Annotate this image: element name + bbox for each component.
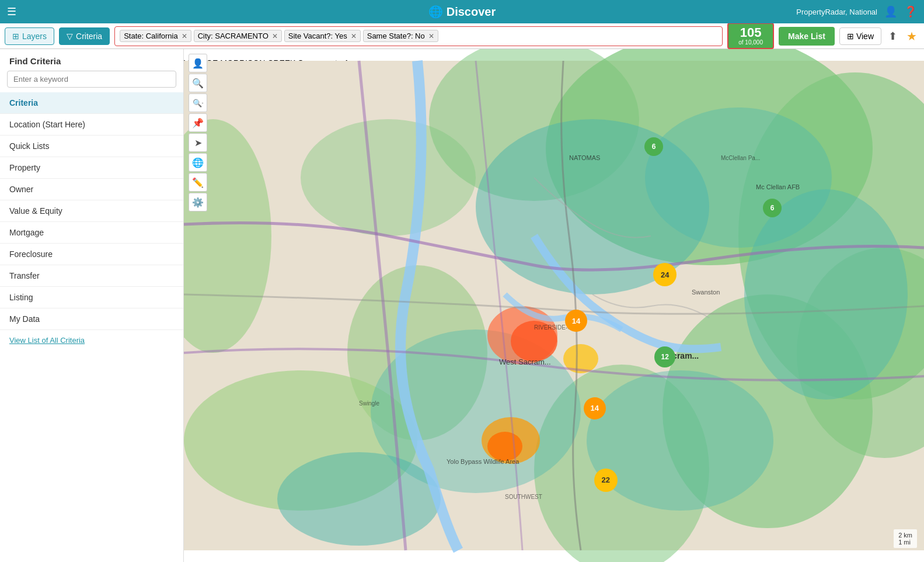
sidebar-item-owner[interactable]: Owner	[0, 179, 183, 200]
filter-tag-city-close[interactable]: ✕	[272, 32, 278, 40]
svg-point-14	[744, 189, 908, 400]
filter-tag-vacant[interactable]: Site Vacant?: Yes ✕	[284, 30, 361, 42]
map-scale-mi: 1 mi	[898, 539, 912, 546]
map-scale-km: 2 km	[898, 532, 912, 539]
sidebar-item-quick-lists[interactable]: Quick Lists	[0, 136, 183, 157]
sidebar-item-listing[interactable]: Listing	[0, 287, 183, 308]
sidebar-item-criteria[interactable]: Criteria	[0, 92, 183, 114]
filter-tag-same-state[interactable]: Same State?: No ✕	[363, 30, 438, 42]
filter-tag-same-state-close[interactable]: ✕	[428, 32, 434, 40]
sidebar-item-location[interactable]: Location (Start Here)	[0, 114, 183, 136]
map-scale: 2 km 1 mi	[894, 529, 917, 548]
header-right: PropertyRadar, National 👤 ❓	[796, 5, 917, 18]
sidebar-item-value-equity[interactable]: Value & Equity	[0, 200, 183, 222]
svg-text:Swanston: Swanston	[692, 289, 720, 296]
navigate-button[interactable]: ➤	[189, 133, 207, 152]
sidebar-item-foreclosure-label: Foreclosure	[9, 249, 53, 259]
map-container[interactable]: Sacram... West Sacram... Swanston Mc Cle…	[184, 49, 924, 562]
map-svg: Sacram... West Sacram... Swanston Mc Cle…	[184, 49, 924, 562]
svg-point-11	[301, 119, 476, 236]
main-content: Find Criteria Criteria Location (Start H…	[0, 49, 924, 562]
pin-tool-button[interactable]: 📌	[189, 113, 207, 132]
filter-tag-state[interactable]: State: California ✕	[120, 30, 191, 42]
user-icon[interactable]: 👤	[884, 5, 897, 18]
sidebar-item-location-label: Location (Start Here)	[9, 120, 85, 129]
sidebar-item-mortgage-label: Mortgage	[9, 228, 44, 237]
layers-label: Layers	[22, 32, 47, 41]
filter-tag-city-label: City: SACRAMENTO	[198, 32, 269, 40]
svg-text:NATOMAS: NATOMAS	[569, 154, 600, 161]
user-info-text: PropertyRadar, National	[796, 8, 877, 16]
result-count-number: 105	[733, 26, 768, 39]
view-all-criteria-link[interactable]: View List of All Criteria	[0, 330, 183, 351]
sidebar-item-property-label: Property	[9, 163, 40, 172]
filter-tag-state-label: State: California	[124, 32, 178, 40]
globe-tool-button[interactable]: 🌐	[189, 153, 207, 172]
keyword-search-input[interactable]	[7, 71, 176, 88]
view-label: View	[856, 32, 874, 41]
svg-text:SOUTHWEST: SOUTHWEST	[505, 494, 542, 500]
filter-icon: ▽	[67, 32, 73, 41]
layers-icon: ⊞	[12, 32, 19, 41]
result-count-sub: of 10,000	[733, 39, 768, 46]
svg-text:McClellan Pa...: McClellan Pa...	[721, 155, 760, 161]
svg-point-17	[277, 452, 441, 546]
criteria-button[interactable]: ▽ Criteria	[59, 27, 110, 45]
filter-tag-vacant-label: Site Vacant?: Yes	[288, 32, 347, 40]
sidebar-item-foreclosure[interactable]: Foreclosure	[0, 244, 183, 265]
share-button[interactable]: ⬆	[886, 27, 899, 45]
filter-tag-city[interactable]: City: SACRAMENTO ✕	[194, 30, 282, 42]
sidebar-item-property[interactable]: Property	[0, 157, 183, 179]
filter-tag-state-close[interactable]: ✕	[182, 32, 187, 40]
filter-tag-same-state-label: Same State?: No	[367, 32, 425, 40]
person-icon-tool[interactable]: 👤	[189, 54, 207, 72]
sidebar-item-my-data[interactable]: My Data	[0, 308, 183, 330]
cluster-marker-3[interactable]: 24	[653, 263, 677, 286]
svg-text:Mc Clellan AFB: Mc Clellan AFB	[756, 183, 800, 190]
cluster-marker-7[interactable]: 22	[594, 469, 618, 492]
result-count-box: 105 of 10,000	[727, 23, 774, 49]
cluster-marker-4[interactable]: 14	[565, 310, 587, 332]
zoom-out-button[interactable]: 🔍-	[189, 93, 207, 112]
find-criteria-heading: Find Criteria	[0, 49, 183, 71]
svg-text:West Sacram...: West Sacram...	[499, 358, 551, 366]
svg-point-22	[487, 432, 522, 461]
cluster-marker-5[interactable]: 14	[584, 397, 606, 419]
view-button[interactable]: ⊞ View	[839, 27, 881, 45]
cluster-marker-2[interactable]: 6	[763, 199, 782, 217]
toolbar: ⊞ Layers ▽ Criteria State: California ✕ …	[0, 23, 924, 49]
help-icon[interactable]: ❓	[904, 5, 917, 18]
favorite-button[interactable]: ★	[904, 27, 919, 46]
svg-text:Yolo Bypass Wildlife Area: Yolo Bypass Wildlife Area	[447, 458, 519, 465]
sidebar: Find Criteria Criteria Location (Start H…	[0, 49, 184, 562]
settings-tool-button[interactable]: ⚙️	[189, 193, 207, 211]
sidebar-item-mortgage[interactable]: Mortgage	[0, 222, 183, 244]
header: ☰ 🌐 Discover PropertyRadar, National 👤 ❓	[0, 0, 924, 23]
filter-tag-vacant-close[interactable]: ✕	[351, 32, 357, 40]
menu-icon[interactable]: ☰	[7, 5, 16, 18]
draw-tool-button[interactable]: ✏️	[189, 173, 207, 192]
cluster-marker-6[interactable]: 12	[654, 346, 675, 367]
criteria-label: Criteria	[76, 32, 102, 41]
sidebar-item-owner-label: Owner	[9, 185, 33, 194]
sidebar-item-quick-lists-label: Quick Lists	[9, 141, 49, 151]
filter-tags-container: State: California ✕ City: SACRAMENTO ✕ S…	[114, 26, 723, 46]
sidebar-item-my-data-label: My Data	[9, 314, 40, 324]
svg-point-16	[587, 370, 773, 511]
view-icon: ⊞	[847, 32, 854, 41]
globe-icon: 🌐	[428, 5, 443, 19]
cluster-marker-1[interactable]: 6	[644, 137, 663, 156]
sidebar-item-transfer-label: Transfer	[9, 271, 40, 280]
sidebar-item-criteria-label: Criteria	[9, 98, 38, 107]
make-list-button[interactable]: Make List	[779, 27, 835, 46]
sidebar-item-listing-label: Listing	[9, 293, 33, 302]
zoom-in-button[interactable]: 🔍	[189, 74, 207, 92]
map-tools: 👤 🔍 🔍- 📌 ➤ 🌐 ✏️ ⚙️	[189, 54, 207, 211]
sidebar-item-transfer[interactable]: Transfer	[0, 265, 183, 287]
svg-text:Swingle: Swingle	[359, 400, 379, 407]
layers-button[interactable]: ⊞ Layers	[5, 27, 54, 45]
sidebar-item-value-equity-label: Value & Equity	[9, 206, 62, 216]
header-title: 🌐 Discover	[428, 5, 496, 19]
